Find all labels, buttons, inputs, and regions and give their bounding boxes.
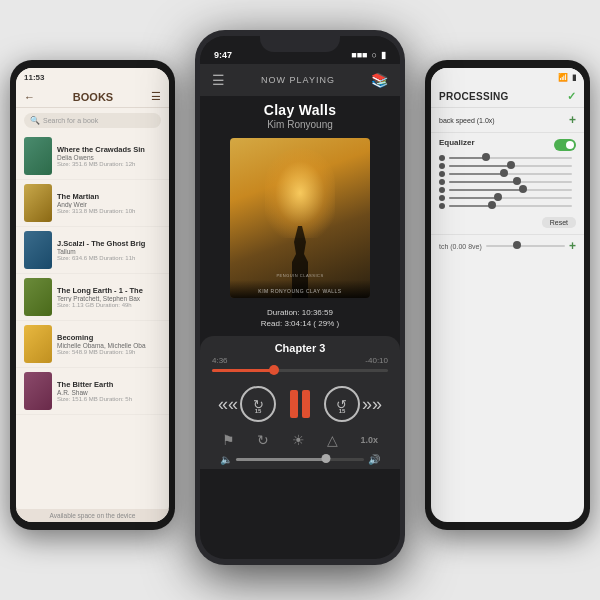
pause-button[interactable] — [278, 382, 322, 426]
book-cover — [24, 184, 52, 222]
volume-low-icon: 🔈 — [220, 454, 232, 465]
volume-slider[interactable] — [236, 458, 364, 461]
wifi-icon: 📶 — [558, 73, 568, 82]
book-author: Kim Ronyoung — [210, 119, 390, 130]
list-item[interactable]: J.Scalzi - The Ghost Brig Tallum Size: 6… — [16, 227, 169, 274]
progress-info: Duration: 10:36:59 Read: 3:04:14 ( 29% ) — [200, 302, 400, 332]
eq-toggle[interactable] — [554, 139, 576, 151]
menu-icon[interactable]: ☰ — [212, 72, 225, 88]
eq-slider[interactable] — [449, 205, 572, 207]
left-time: 11:53 — [24, 73, 44, 82]
list-item[interactable]: The Martian Andy Weir Size: 313.8 MB Dur… — [16, 180, 169, 227]
chapter-section: Chapter 3 4:36 -40:10 «« ↻ 15 — [200, 336, 400, 469]
book-title: The Bitter Earth — [57, 380, 161, 389]
brightness-button[interactable]: ☀ — [292, 432, 305, 448]
phone-right: 📶 ▮ PROCESSING ✓ back speed (1.0x) + Equ… — [425, 60, 590, 530]
volume-thumb — [321, 454, 330, 463]
menu-dots[interactable]: ☰ — [151, 90, 161, 103]
book-info: The Long Earth - 1 - The Terry Pratchett… — [57, 286, 161, 308]
books-title: BOOKS — [73, 91, 113, 103]
speed-plus-icon[interactable]: + — [569, 113, 576, 127]
eq-slider[interactable] — [449, 181, 572, 183]
eq-dot — [439, 203, 445, 209]
book-cover — [24, 231, 52, 269]
center-time: 9:47 — [214, 50, 232, 60]
book-info: Becoming Michelle Obama, Michelle Oba Si… — [57, 333, 161, 355]
eq-dot — [439, 171, 445, 177]
skip-forward-button[interactable]: ↺ 15 — [324, 386, 360, 422]
pitch-thumb — [513, 241, 521, 249]
equalizer-section: Equalizer — [431, 133, 584, 235]
list-item[interactable]: The Bitter Earth A.R. Shaw Size: 151.6 M… — [16, 368, 169, 415]
eq-slider[interactable] — [449, 189, 572, 191]
eq-slider[interactable] — [449, 157, 572, 159]
book-title: Where the Crawdads Sin — [57, 145, 161, 154]
book-author: Andy Weir — [57, 201, 161, 208]
notch — [260, 30, 340, 52]
eq-title: Equalizer — [439, 138, 475, 147]
pitch-slider[interactable] — [486, 245, 565, 247]
center-nav: ☰ NOW PLAYING 📚 — [200, 64, 400, 96]
skip-back-button[interactable]: ↻ 15 — [240, 386, 276, 422]
eq-dot — [439, 163, 445, 169]
phone-left: 11:53 ← BOOKS ☰ 🔍 Search for a book Wher… — [10, 60, 175, 530]
book-info: Where the Crawdads Sin Delia Owens Size:… — [57, 145, 161, 167]
eq-row — [439, 203, 576, 209]
list-item[interactable]: Where the Crawdads Sin Delia Owens Size:… — [16, 133, 169, 180]
signal-icon: ■■■ — [351, 50, 367, 60]
eq-dot — [439, 155, 445, 161]
eq-slider[interactable] — [449, 173, 572, 175]
battery-icon: ▮ — [572, 73, 576, 82]
wifi-icon: ○ — [372, 50, 377, 60]
pitch-label: tch (0.00 8ve) — [439, 243, 482, 250]
eq-slider[interactable] — [449, 197, 572, 199]
book-cover — [24, 278, 52, 316]
eq-dot — [439, 179, 445, 185]
artwork-bottom: PENGUIN CLASSICS KIM RONYOUNG CLAY WALLS — [230, 280, 370, 298]
progress-bar[interactable] — [212, 369, 388, 372]
progress-thumb — [269, 365, 279, 375]
book-author: Delia Owens — [57, 154, 161, 161]
speed-section: back speed (1.0x) + — [431, 108, 584, 133]
eq-slider[interactable] — [449, 165, 572, 167]
chapter-title: Chapter 3 — [212, 342, 388, 354]
speed-label[interactable]: 1.0x — [360, 435, 378, 445]
search-bar[interactable]: 🔍 Search for a book — [24, 113, 161, 128]
right-header: PROCESSING ✓ — [431, 86, 584, 108]
pause-bar-left — [290, 390, 298, 418]
center-screen: 9:47 ■■■ ○ ▮ ☰ NOW PLAYING 📚 Clay Walls … — [200, 36, 400, 559]
airplay-button[interactable]: △ — [327, 432, 338, 448]
book-cover — [24, 137, 52, 175]
list-item[interactable]: The Long Earth - 1 - The Terry Pratchett… — [16, 274, 169, 321]
rewind-button[interactable]: «« — [218, 394, 238, 415]
time-remaining: -40:10 — [365, 356, 388, 365]
volume-row: 🔈 🔊 — [212, 452, 388, 469]
book-meta: Size: 313.8 MB Duration: 10h — [57, 208, 161, 214]
book-header: Clay Walls Kim Ronyoung — [200, 96, 400, 134]
book-title: The Martian — [57, 192, 161, 201]
publisher-label: PENGUIN CLASSICS — [230, 273, 370, 278]
book-cover — [24, 372, 52, 410]
eq-row — [439, 195, 576, 201]
back-icon[interactable]: ← — [24, 91, 35, 103]
bookmark-button[interactable]: ⚑ — [222, 432, 235, 448]
eq-dot — [439, 187, 445, 193]
eq-row — [439, 179, 576, 185]
search-icon: 🔍 — [30, 116, 40, 125]
pitch-plus-icon[interactable]: + — [569, 239, 576, 253]
book-icon[interactable]: 📚 — [371, 72, 388, 88]
left-header: ← BOOKS ☰ — [16, 86, 169, 108]
right-status-bar: 📶 ▮ — [431, 68, 584, 86]
check-icon[interactable]: ✓ — [567, 90, 576, 103]
fast-forward-button[interactable]: »» — [362, 394, 382, 415]
list-item[interactable]: Becoming Michelle Obama, Michelle Oba Si… — [16, 321, 169, 368]
book-meta: Size: 351.6 MB Duration: 12h — [57, 161, 161, 167]
reset-button[interactable]: Reset — [542, 217, 576, 228]
pitch-section: tch (0.00 8ve) + — [431, 235, 584, 257]
repeat-button[interactable]: ↻ — [257, 432, 269, 448]
progress-fill — [212, 369, 274, 372]
book-title: The Long Earth - 1 - The — [57, 286, 161, 295]
volume-fill — [236, 458, 326, 461]
eq-row — [439, 163, 576, 169]
controls-row: «« ↻ 15 ↺ 15 »» — [212, 378, 388, 430]
